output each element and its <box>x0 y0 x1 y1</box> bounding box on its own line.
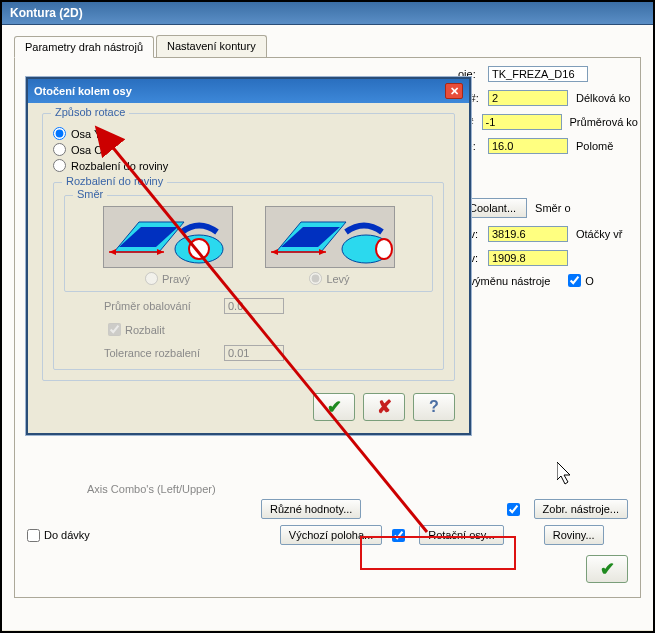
tool-num-input[interactable] <box>488 90 568 106</box>
wrap-dia-label: Průměr obalování <box>104 300 224 312</box>
diff-values-button[interactable]: Různé hodnoty... <box>261 499 361 519</box>
o-checkbox[interactable] <box>568 274 581 287</box>
dialog-ok-button[interactable]: ✔ <box>313 393 355 421</box>
rotation-method-group: Způsob rotace Osa Y Osa C Rozbalení do r… <box>42 113 455 381</box>
show-tools-button[interactable]: Zobr. nástroje... <box>534 499 628 519</box>
rotary-checkbox[interactable] <box>392 529 405 542</box>
svg-marker-16 <box>557 462 570 484</box>
show-tools-checkbox[interactable] <box>507 503 520 516</box>
tolerance-input <box>224 345 284 361</box>
rotary-axis-dialog: Otočení kolem osy ✕ Způsob rotace Osa Y … <box>26 77 471 435</box>
main-window: Kontura (2D) Parametry drah nástrojů Nas… <box>0 0 655 633</box>
dialog-help-button[interactable]: ? <box>413 393 455 421</box>
length-comp-label: Délková ko <box>576 92 630 104</box>
direction-legend: Směr <box>73 188 107 200</box>
batch-checkbox[interactable] <box>27 529 40 542</box>
tab-bar: Parametry drah nástrojů Nastavení kontur… <box>14 35 641 58</box>
help-icon: ? <box>429 398 439 416</box>
window-title: Kontura (2D) <box>2 2 653 25</box>
axis-combo-button[interactable]: Axis Combo's (Left/Upper) <box>87 483 216 495</box>
direction-right-image <box>103 206 233 268</box>
radio-axis-y[interactable] <box>53 127 66 140</box>
dialog-title-text: Otočení kolem osy <box>34 85 132 97</box>
wrap-dia-input <box>224 298 284 314</box>
cursor-icon <box>557 462 577 486</box>
dialog-cancel-button[interactable]: ✘ <box>363 393 405 421</box>
radio-dir-left <box>309 272 322 285</box>
rotary-button[interactable]: Rotační osy... <box>419 525 503 545</box>
unroll-legend: Rozbalení do roviny <box>62 175 167 187</box>
dia-comp-num-input[interactable] <box>482 114 562 130</box>
dialog-titlebar: Otočení kolem osy ✕ <box>28 79 469 103</box>
tolerance-label: Tolerance rozbalení <box>104 347 224 359</box>
feed2-input[interactable] <box>488 250 568 266</box>
direction-group: Směr <box>64 195 433 292</box>
tool-fields: oje: oj #: Délková ko a # Průměrová ko o… <box>458 66 638 295</box>
cross-icon: ✘ <box>377 396 392 418</box>
radio-axis-c[interactable] <box>53 143 66 156</box>
close-icon[interactable]: ✕ <box>445 83 463 99</box>
svg-point-13 <box>376 239 392 259</box>
spindle-dir-label: Směr o <box>535 202 570 214</box>
svg-point-6 <box>189 239 209 259</box>
planes-button[interactable]: Roviny... <box>544 525 604 545</box>
direction-left-image <box>265 206 395 268</box>
radio-unroll[interactable] <box>53 159 66 172</box>
tool-name-input[interactable] <box>488 66 588 82</box>
tool-dia-input[interactable] <box>488 138 568 154</box>
ok-button[interactable]: ✔ <box>586 555 628 583</box>
tool-change-label: tit výměnu nástroje <box>458 275 550 287</box>
svg-marker-10 <box>271 249 278 255</box>
bottom-bar: Různé hodnoty... Zobr. nástroje... Do dá… <box>27 499 628 589</box>
tab-contour-settings[interactable]: Nastavení kontury <box>156 35 267 57</box>
tab-tool-params[interactable]: Parametry drah nástrojů <box>14 36 154 58</box>
svg-marker-3 <box>109 249 116 255</box>
home-pos-button[interactable]: Výchozí poloha... <box>280 525 382 545</box>
dia-comp-label: Průměrová ko <box>570 116 638 128</box>
feed1-input[interactable] <box>488 226 568 242</box>
rotation-method-legend: Způsob rotace <box>51 106 129 118</box>
check-icon: ✔ <box>600 558 615 580</box>
rpm-label: Otáčky vř <box>576 228 622 240</box>
radio-dir-right <box>145 272 158 285</box>
check-icon: ✔ <box>327 396 342 418</box>
radius-label: Polomě <box>576 140 613 152</box>
unroll-subgroup: Rozbalení do roviny Směr <box>53 182 444 370</box>
unroll-checkbox <box>108 323 121 336</box>
